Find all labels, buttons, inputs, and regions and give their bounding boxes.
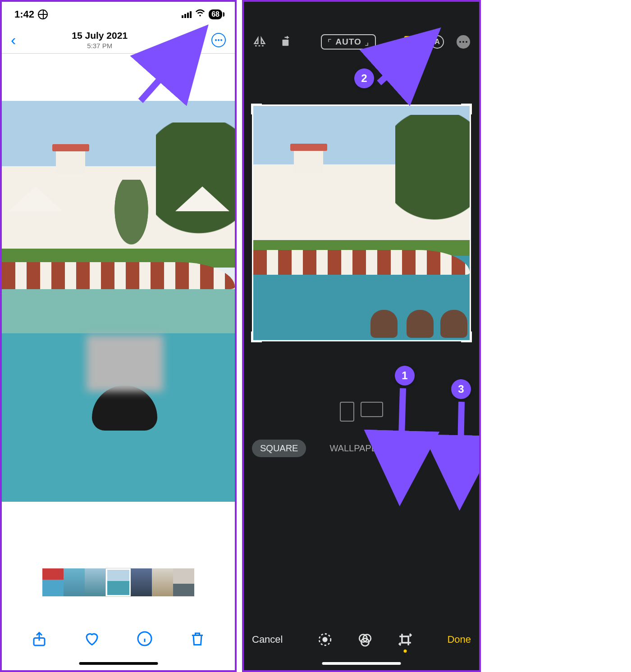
- adjust-icon[interactable]: [317, 632, 333, 647]
- photo-edit-crop-screen: ⌜AUTO⌟ A SQUARE WALLPAPER 9:16 5:7 3:5: [242, 0, 481, 672]
- annotation-arrow: [387, 384, 414, 480]
- svg-point-5: [323, 638, 327, 642]
- portrait-option[interactable]: [340, 402, 354, 422]
- filters-icon[interactable]: [357, 632, 373, 647]
- edit-bottom-bar: Cancel Done: [244, 627, 479, 652]
- wifi-icon: [195, 8, 205, 21]
- ratio-square[interactable]: SQUARE: [252, 440, 306, 457]
- thumbnail-selected[interactable]: [106, 568, 131, 596]
- auto-enhance-button[interactable]: ⌜AUTO⌟: [321, 34, 376, 50]
- aspect-ratio-row[interactable]: SQUARE WALLPAPER 9:16 5:7 3:5: [244, 440, 479, 457]
- landscape-option[interactable]: [361, 402, 383, 417]
- crop-handle-bottom-right[interactable]: [461, 331, 472, 342]
- cancel-button[interactable]: Cancel: [252, 634, 283, 645]
- svg-line-2: [141, 53, 183, 101]
- info-icon[interactable]: [137, 631, 153, 647]
- home-indicator[interactable]: [79, 662, 158, 665]
- rotate-icon[interactable]: [279, 35, 293, 49]
- more-options-icon[interactable]: [457, 35, 470, 49]
- crop-handle-top-left[interactable]: [251, 104, 262, 114]
- ratio-wallpaper[interactable]: WALLPAPER: [329, 443, 384, 454]
- aspect-ratio-icon[interactable]: [404, 36, 418, 48]
- thumbnail[interactable]: [131, 568, 152, 596]
- photo-time: 5:37 PM: [16, 42, 183, 50]
- cellular-signal-icon: [182, 11, 192, 18]
- markup-icon[interactable]: A: [430, 35, 444, 49]
- share-icon[interactable]: [31, 631, 47, 647]
- svg-rect-3: [283, 40, 289, 46]
- photo-title: 15 July 2021 5:37 PM: [16, 30, 183, 50]
- crop-area[interactable]: [252, 104, 471, 341]
- back-button[interactable]: ‹: [11, 31, 16, 49]
- thumbnail[interactable]: [64, 568, 85, 596]
- bottom-toolbar: [2, 625, 235, 652]
- photo-preview[interactable]: [2, 101, 235, 502]
- ratio-9-16[interactable]: 9:16: [407, 443, 425, 454]
- home-indicator[interactable]: [322, 662, 401, 665]
- favorite-heart-icon[interactable]: [84, 631, 100, 647]
- ratio-5-7[interactable]: 5:7: [448, 443, 461, 454]
- location-globe-icon: [38, 9, 48, 19]
- crop-rotate-icon[interactable]: [398, 632, 413, 647]
- thumbnail-strip[interactable]: [2, 568, 235, 596]
- more-actions-button[interactable]: [211, 33, 226, 47]
- annotation-badge-2: 2: [354, 68, 374, 88]
- nav-bar: ‹ 15 July 2021 5:37 PM Edit: [2, 27, 235, 54]
- battery-indicator: 68: [209, 9, 222, 19]
- status-time: 1:42: [14, 9, 34, 20]
- thumbnail[interactable]: [173, 568, 194, 596]
- status-bar: 1:42 68: [2, 2, 235, 27]
- thumbnail[interactable]: [152, 568, 173, 596]
- flip-horizontal-icon[interactable]: [253, 35, 266, 49]
- annotation-arrow: [132, 45, 199, 109]
- thumbnail[interactable]: [42, 568, 64, 596]
- crop-frame-border[interactable]: [252, 104, 471, 341]
- trash-icon[interactable]: [189, 631, 206, 647]
- edit-top-bar: ⌜AUTO⌟ A: [244, 2, 479, 74]
- edit-button[interactable]: Edit: [183, 34, 201, 46]
- crop-handle-bottom-left[interactable]: [251, 331, 262, 342]
- annotation-badge-3: 3: [451, 379, 471, 399]
- done-button[interactable]: Done: [447, 634, 471, 645]
- photo-date: 15 July 2021: [16, 30, 183, 41]
- thumbnail[interactable]: [85, 568, 106, 596]
- photos-viewer-screen: 1:42 68 ‹ 15 July 2021 5:37 PM Edit: [0, 0, 237, 672]
- orientation-toggle: [244, 402, 479, 422]
- annotation-badge-1: 1: [395, 366, 415, 386]
- crop-handle-top-right[interactable]: [461, 104, 472, 114]
